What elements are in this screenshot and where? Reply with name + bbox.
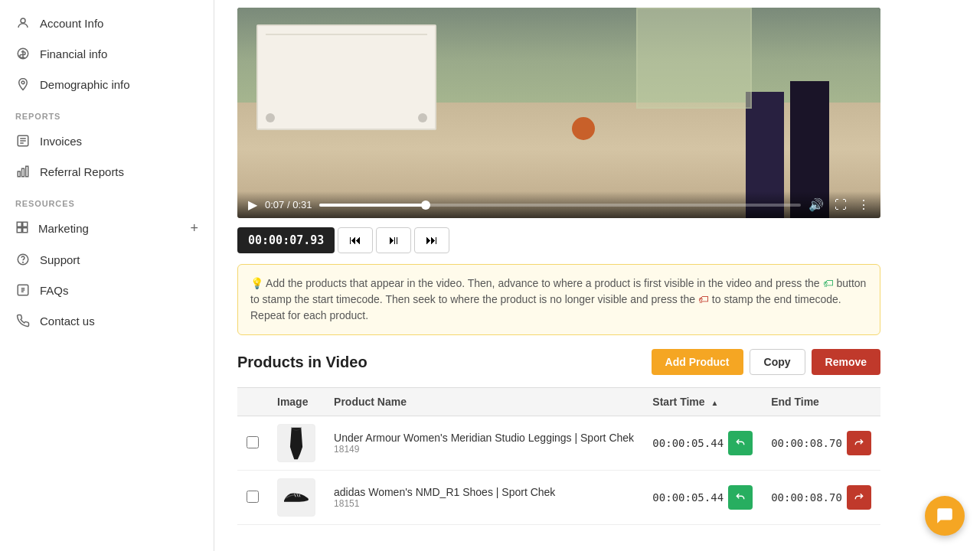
dollar-icon <box>15 46 31 61</box>
faq-icon <box>15 282 31 298</box>
chat-bubble[interactable] <box>925 496 965 536</box>
video-progress-dot <box>421 201 430 210</box>
row1-checkbox-cell <box>237 416 268 471</box>
row1-end-time: 00:00:08.70 <box>771 431 871 455</box>
timecode-display: 00:00:07.93 <box>237 227 335 253</box>
video-right-controls: 🔊 ⛶ ⋮ <box>808 197 870 212</box>
sidebar-item-contact-us-label: Contact us <box>40 315 95 328</box>
row2-product-name-cell: adidas Women's NMD_R1 Shoes | Sport Chek… <box>325 471 643 525</box>
marketing-plus-icon[interactable]: + <box>190 220 198 236</box>
add-product-button[interactable]: Add Product <box>652 349 743 375</box>
svg-rect-6 <box>17 222 21 227</box>
grid-icon <box>15 220 29 236</box>
sidebar-item-financial-info[interactable]: Financial info <box>0 38 214 69</box>
contact-icon <box>15 313 31 328</box>
sidebar-item-invoices[interactable]: Invoices <box>0 126 214 156</box>
table-header-row: Image Product Name Start Time ▲ End Time <box>237 388 880 416</box>
reports-section-label: REPORTS <box>0 99 214 126</box>
svg-rect-5 <box>26 166 28 177</box>
remove-button[interactable]: Remove <box>812 349 880 375</box>
row2-checkbox-cell <box>237 471 268 525</box>
rewind-button[interactable]: ⏮ <box>338 227 373 253</box>
sidebar-item-support-label: Support <box>40 253 80 266</box>
video-progress-bar[interactable] <box>319 204 801 207</box>
row2-product-id: 18151 <box>334 498 634 509</box>
row1-product-name: Under Armour Women's Meridian Studio Leg… <box>334 432 634 444</box>
sidebar-item-marketing[interactable]: Marketing + <box>0 213 214 244</box>
row2-product-image <box>277 478 315 517</box>
row2-end-time: 00:00:08.70 <box>771 485 871 510</box>
info-box: 💡 Add the products that appear in the vi… <box>237 264 880 335</box>
row2-product-name: adidas Women's NMD_R1 Shoes | Sport Chek <box>334 486 634 498</box>
col-start-time[interactable]: Start Time ▲ <box>643 388 762 416</box>
row2-start-time: 00:00:05.44 <box>652 485 753 510</box>
resources-section-label: RESOURCES <box>0 187 214 213</box>
sidebar-item-referral-reports-label: Referral Reports <box>40 165 124 178</box>
svg-rect-8 <box>17 228 21 233</box>
video-time: 0:07 / 0:31 <box>265 199 312 210</box>
sidebar-item-financial-info-label: Financial info <box>40 47 107 60</box>
user-icon <box>15 15 31 31</box>
svg-point-0 <box>21 18 25 23</box>
svg-rect-3 <box>18 171 20 177</box>
col-end-time: End Time <box>762 388 880 416</box>
video-scene <box>237 8 880 218</box>
col-checkbox <box>237 388 268 416</box>
col-image: Image <box>268 388 325 416</box>
sidebar-item-faqs-label: FAQs <box>40 284 69 297</box>
col-start-time-label: Start Time <box>652 396 704 408</box>
more-options-icon[interactable]: ⋮ <box>858 197 870 212</box>
invoice-icon <box>15 133 31 148</box>
question-icon <box>15 252 31 267</box>
sidebar: Account Info Financial info Demographic … <box>0 0 214 551</box>
row1-checkbox[interactable] <box>247 436 259 448</box>
skip-forward-button[interactable]: ⏭ <box>414 227 449 253</box>
row1-product-id: 18149 <box>334 444 634 455</box>
info-box-text: 💡 Add the products that appear in the vi… <box>250 277 866 321</box>
products-header: Products in Video Add Product Copy Remov… <box>237 349 880 375</box>
marketing-left: Marketing <box>15 220 89 236</box>
row2-image-cell <box>268 471 325 525</box>
row1-product-name-cell: Under Armour Women's Meridian Studio Leg… <box>325 416 643 471</box>
row1-image-cell <box>268 416 325 471</box>
row1-product-image <box>277 424 315 462</box>
sidebar-item-referral-reports[interactable]: Referral Reports <box>0 156 214 187</box>
row2-stamp-start-button[interactable] <box>728 485 753 510</box>
row2-stamp-end-button[interactable] <box>847 485 871 510</box>
table-row: adidas Women's NMD_R1 Shoes | Sport Chek… <box>237 471 880 525</box>
row2-checkbox[interactable] <box>247 491 259 503</box>
svg-rect-4 <box>22 168 24 177</box>
sidebar-item-support[interactable]: Support <box>0 244 214 275</box>
bar-chart-icon <box>15 164 31 179</box>
row1-stamp-end-button[interactable] <box>847 431 871 455</box>
sidebar-item-faqs[interactable]: FAQs <box>0 275 214 305</box>
svg-point-11 <box>23 262 24 262</box>
svg-rect-7 <box>23 222 28 227</box>
video-controls-bar: 00:00:07.93 ⏮ ⏯ ⏭ <box>237 227 880 253</box>
location-icon <box>15 77 31 92</box>
row2-end-time-cell: 00:00:08.70 <box>762 471 880 525</box>
video-play-button[interactable]: ▶ <box>248 197 257 212</box>
video-progress-fill <box>319 204 425 207</box>
sidebar-item-contact-us[interactable]: Contact us <box>0 305 214 336</box>
svg-rect-9 <box>23 228 28 233</box>
fullscreen-icon[interactable]: ⛶ <box>835 198 847 212</box>
sidebar-item-marketing-label: Marketing <box>38 222 89 235</box>
sidebar-item-invoices-label: Invoices <box>40 135 82 148</box>
row1-start-time: 00:00:05.44 <box>652 431 753 455</box>
play-pause-button[interactable]: ⏯ <box>376 227 411 253</box>
table-row: Under Armour Women's Meridian Studio Leg… <box>237 416 880 471</box>
sidebar-item-demographic-info-label: Demographic info <box>40 78 130 91</box>
col-product-name: Product Name <box>325 388 643 416</box>
sidebar-item-demographic-info[interactable]: Demographic info <box>0 69 214 99</box>
row2-start-time-cell: 00:00:05.44 <box>643 471 762 525</box>
row1-start-time-cell: 00:00:05.44 <box>643 416 762 471</box>
row1-end-time-cell: 00:00:08.70 <box>762 416 880 471</box>
row1-stamp-start-button[interactable] <box>728 431 753 455</box>
products-table: Image Product Name Start Time ▲ End Time <box>237 387 880 525</box>
copy-button[interactable]: Copy <box>750 349 805 375</box>
video-player: ▶ 0:07 / 0:31 🔊 ⛶ ⋮ <box>237 8 880 218</box>
sort-arrow-icon: ▲ <box>710 399 718 407</box>
sidebar-item-account-info[interactable]: Account Info <box>0 8 214 38</box>
volume-icon[interactable]: 🔊 <box>808 197 824 212</box>
